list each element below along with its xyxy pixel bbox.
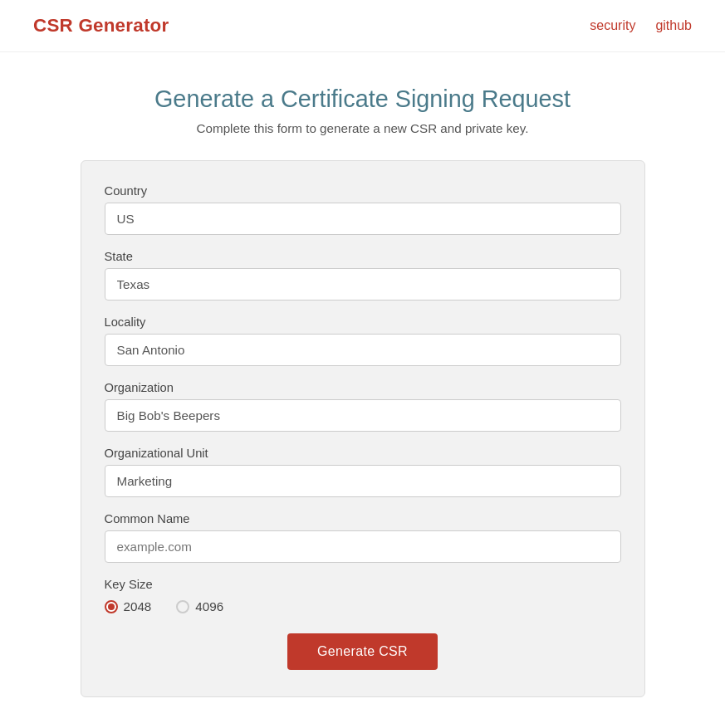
radio-2048-input[interactable]	[105, 600, 118, 613]
page-heading: Generate a Certificate Signing Request	[154, 86, 571, 113]
security-link[interactable]: security	[590, 18, 635, 33]
app-title: CSR Generator	[33, 15, 169, 37]
radio-options: 2048 4096	[105, 599, 621, 613]
org-unit-input[interactable]	[105, 465, 621, 497]
organization-label: Organization	[105, 381, 621, 394]
radio-4096-option[interactable]: 4096	[176, 599, 223, 613]
locality-group: Locality	[105, 315, 621, 366]
common-name-group: Common Name	[105, 512, 621, 563]
common-name-label: Common Name	[105, 512, 621, 525]
org-unit-label: Organizational Unit	[105, 447, 621, 460]
site-header: CSR Generator security github	[0, 0, 725, 52]
generate-csr-button[interactable]: Generate CSR	[287, 633, 438, 670]
radio-2048-label: 2048	[124, 599, 152, 613]
state-group: State	[105, 250, 621, 300]
country-input[interactable]	[105, 203, 621, 235]
country-label: Country	[105, 184, 621, 198]
radio-2048-option[interactable]: 2048	[105, 599, 152, 613]
page-subheading: Complete this form to generate a new CSR…	[197, 121, 529, 135]
common-name-input[interactable]	[105, 530, 621, 563]
form-card: Country State Locality Organization Orga…	[81, 160, 645, 697]
key-size-group: Key Size 2048 4096	[105, 578, 621, 613]
nav-links: security github	[590, 18, 692, 33]
state-label: State	[105, 250, 621, 263]
main-content: Generate a Certificate Signing Request C…	[0, 52, 725, 728]
radio-4096-label: 4096	[195, 599, 223, 613]
github-link[interactable]: github	[655, 18, 692, 33]
key-size-label: Key Size	[105, 578, 621, 591]
country-group: Country	[105, 184, 621, 235]
state-input[interactable]	[105, 268, 621, 300]
radio-4096-input[interactable]	[176, 600, 189, 613]
organization-group: Organization	[105, 381, 621, 432]
locality-label: Locality	[105, 315, 621, 329]
locality-input[interactable]	[105, 334, 621, 366]
organization-input[interactable]	[105, 399, 621, 432]
org-unit-group: Organizational Unit	[105, 447, 621, 497]
